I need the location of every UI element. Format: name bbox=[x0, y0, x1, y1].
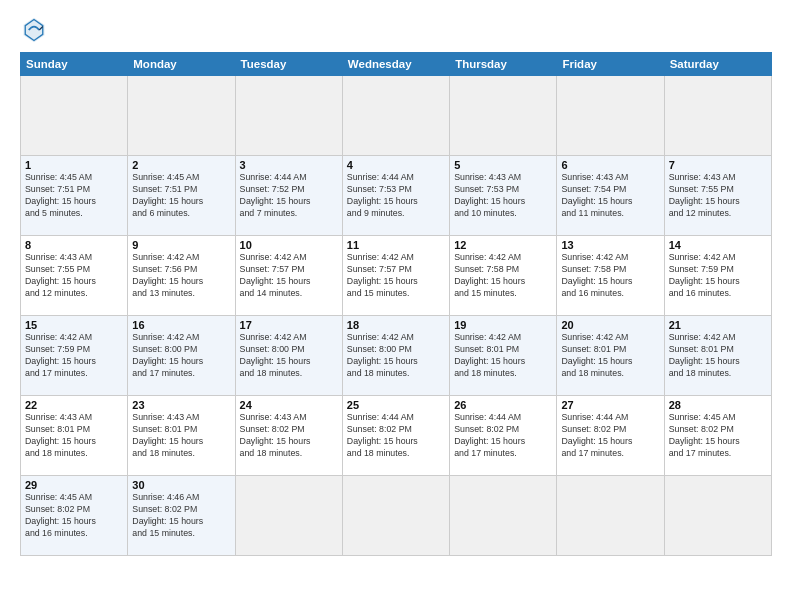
calendar-cell: 25Sunrise: 4:44 AM Sunset: 8:02 PM Dayli… bbox=[342, 396, 449, 476]
calendar-cell: 27Sunrise: 4:44 AM Sunset: 8:02 PM Dayli… bbox=[557, 396, 664, 476]
day-number: 26 bbox=[454, 399, 552, 411]
calendar-cell: 21Sunrise: 4:42 AM Sunset: 8:01 PM Dayli… bbox=[664, 316, 771, 396]
day-number: 16 bbox=[132, 319, 230, 331]
day-number: 27 bbox=[561, 399, 659, 411]
calendar-cell: 1Sunrise: 4:45 AM Sunset: 7:51 PM Daylig… bbox=[21, 156, 128, 236]
calendar-cell: 9Sunrise: 4:42 AM Sunset: 7:56 PM Daylig… bbox=[128, 236, 235, 316]
col-header-saturday: Saturday bbox=[664, 53, 771, 76]
day-info: Sunrise: 4:44 AM Sunset: 8:02 PM Dayligh… bbox=[347, 412, 445, 460]
day-info: Sunrise: 4:44 AM Sunset: 7:53 PM Dayligh… bbox=[347, 172, 445, 220]
day-info: Sunrise: 4:42 AM Sunset: 8:00 PM Dayligh… bbox=[240, 332, 338, 380]
calendar-cell bbox=[450, 76, 557, 156]
logo bbox=[20, 16, 52, 44]
col-header-sunday: Sunday bbox=[21, 53, 128, 76]
day-info: Sunrise: 4:42 AM Sunset: 8:01 PM Dayligh… bbox=[669, 332, 767, 380]
calendar-cell: 7Sunrise: 4:43 AM Sunset: 7:55 PM Daylig… bbox=[664, 156, 771, 236]
day-info: Sunrise: 4:45 AM Sunset: 7:51 PM Dayligh… bbox=[132, 172, 230, 220]
day-info: Sunrise: 4:42 AM Sunset: 7:57 PM Dayligh… bbox=[240, 252, 338, 300]
day-info: Sunrise: 4:42 AM Sunset: 7:56 PM Dayligh… bbox=[132, 252, 230, 300]
col-header-wednesday: Wednesday bbox=[342, 53, 449, 76]
calendar-cell: 17Sunrise: 4:42 AM Sunset: 8:00 PM Dayli… bbox=[235, 316, 342, 396]
calendar-cell bbox=[235, 76, 342, 156]
col-header-thursday: Thursday bbox=[450, 53, 557, 76]
day-number: 7 bbox=[669, 159, 767, 171]
calendar-cell bbox=[128, 76, 235, 156]
calendar-week-2: 8Sunrise: 4:43 AM Sunset: 7:55 PM Daylig… bbox=[21, 236, 772, 316]
day-number: 12 bbox=[454, 239, 552, 251]
calendar-week-3: 15Sunrise: 4:42 AM Sunset: 7:59 PM Dayli… bbox=[21, 316, 772, 396]
calendar-cell bbox=[342, 476, 449, 556]
calendar-cell bbox=[557, 76, 664, 156]
calendar-cell: 11Sunrise: 4:42 AM Sunset: 7:57 PM Dayli… bbox=[342, 236, 449, 316]
day-info: Sunrise: 4:43 AM Sunset: 8:01 PM Dayligh… bbox=[25, 412, 123, 460]
day-info: Sunrise: 4:45 AM Sunset: 8:02 PM Dayligh… bbox=[25, 492, 123, 540]
calendar-week-4: 22Sunrise: 4:43 AM Sunset: 8:01 PM Dayli… bbox=[21, 396, 772, 476]
col-header-friday: Friday bbox=[557, 53, 664, 76]
day-number: 25 bbox=[347, 399, 445, 411]
day-info: Sunrise: 4:42 AM Sunset: 7:58 PM Dayligh… bbox=[561, 252, 659, 300]
calendar-cell: 3Sunrise: 4:44 AM Sunset: 7:52 PM Daylig… bbox=[235, 156, 342, 236]
calendar-cell: 12Sunrise: 4:42 AM Sunset: 7:58 PM Dayli… bbox=[450, 236, 557, 316]
calendar-cell: 6Sunrise: 4:43 AM Sunset: 7:54 PM Daylig… bbox=[557, 156, 664, 236]
day-number: 22 bbox=[25, 399, 123, 411]
calendar-cell: 4Sunrise: 4:44 AM Sunset: 7:53 PM Daylig… bbox=[342, 156, 449, 236]
calendar-cell: 14Sunrise: 4:42 AM Sunset: 7:59 PM Dayli… bbox=[664, 236, 771, 316]
day-number: 13 bbox=[561, 239, 659, 251]
calendar-cell bbox=[342, 76, 449, 156]
day-info: Sunrise: 4:43 AM Sunset: 8:02 PM Dayligh… bbox=[240, 412, 338, 460]
calendar-cell bbox=[235, 476, 342, 556]
day-info: Sunrise: 4:42 AM Sunset: 8:00 PM Dayligh… bbox=[347, 332, 445, 380]
col-header-monday: Monday bbox=[128, 53, 235, 76]
day-info: Sunrise: 4:43 AM Sunset: 7:55 PM Dayligh… bbox=[669, 172, 767, 220]
calendar-cell: 19Sunrise: 4:42 AM Sunset: 8:01 PM Dayli… bbox=[450, 316, 557, 396]
day-number: 29 bbox=[25, 479, 123, 491]
day-number: 15 bbox=[25, 319, 123, 331]
calendar-cell: 13Sunrise: 4:42 AM Sunset: 7:58 PM Dayli… bbox=[557, 236, 664, 316]
day-number: 11 bbox=[347, 239, 445, 251]
day-info: Sunrise: 4:44 AM Sunset: 7:52 PM Dayligh… bbox=[240, 172, 338, 220]
day-number: 6 bbox=[561, 159, 659, 171]
header bbox=[20, 16, 772, 44]
calendar-cell: 10Sunrise: 4:42 AM Sunset: 7:57 PM Dayli… bbox=[235, 236, 342, 316]
calendar-cell bbox=[450, 476, 557, 556]
day-number: 9 bbox=[132, 239, 230, 251]
day-info: Sunrise: 4:44 AM Sunset: 8:02 PM Dayligh… bbox=[561, 412, 659, 460]
day-number: 14 bbox=[669, 239, 767, 251]
day-number: 18 bbox=[347, 319, 445, 331]
day-info: Sunrise: 4:45 AM Sunset: 8:02 PM Dayligh… bbox=[669, 412, 767, 460]
day-number: 30 bbox=[132, 479, 230, 491]
day-info: Sunrise: 4:42 AM Sunset: 7:57 PM Dayligh… bbox=[347, 252, 445, 300]
calendar-cell: 2Sunrise: 4:45 AM Sunset: 7:51 PM Daylig… bbox=[128, 156, 235, 236]
logo-icon bbox=[20, 16, 48, 44]
calendar-week-5: 29Sunrise: 4:45 AM Sunset: 8:02 PM Dayli… bbox=[21, 476, 772, 556]
calendar-table: SundayMondayTuesdayWednesdayThursdayFrid… bbox=[20, 52, 772, 556]
day-number: 3 bbox=[240, 159, 338, 171]
calendar-cell: 26Sunrise: 4:44 AM Sunset: 8:02 PM Dayli… bbox=[450, 396, 557, 476]
day-info: Sunrise: 4:42 AM Sunset: 8:01 PM Dayligh… bbox=[454, 332, 552, 380]
calendar-header-row: SundayMondayTuesdayWednesdayThursdayFrid… bbox=[21, 53, 772, 76]
day-number: 19 bbox=[454, 319, 552, 331]
col-header-tuesday: Tuesday bbox=[235, 53, 342, 76]
day-number: 8 bbox=[25, 239, 123, 251]
calendar-cell bbox=[21, 76, 128, 156]
calendar-cell bbox=[664, 76, 771, 156]
svg-marker-0 bbox=[24, 18, 45, 43]
day-number: 4 bbox=[347, 159, 445, 171]
calendar-week-1: 1Sunrise: 4:45 AM Sunset: 7:51 PM Daylig… bbox=[21, 156, 772, 236]
day-info: Sunrise: 4:42 AM Sunset: 7:58 PM Dayligh… bbox=[454, 252, 552, 300]
day-info: Sunrise: 4:44 AM Sunset: 8:02 PM Dayligh… bbox=[454, 412, 552, 460]
calendar-cell: 18Sunrise: 4:42 AM Sunset: 8:00 PM Dayli… bbox=[342, 316, 449, 396]
day-number: 2 bbox=[132, 159, 230, 171]
day-info: Sunrise: 4:42 AM Sunset: 8:00 PM Dayligh… bbox=[132, 332, 230, 380]
calendar-cell: 20Sunrise: 4:42 AM Sunset: 8:01 PM Dayli… bbox=[557, 316, 664, 396]
day-info: Sunrise: 4:46 AM Sunset: 8:02 PM Dayligh… bbox=[132, 492, 230, 540]
calendar-cell: 29Sunrise: 4:45 AM Sunset: 8:02 PM Dayli… bbox=[21, 476, 128, 556]
day-info: Sunrise: 4:42 AM Sunset: 8:01 PM Dayligh… bbox=[561, 332, 659, 380]
calendar-cell bbox=[557, 476, 664, 556]
day-number: 10 bbox=[240, 239, 338, 251]
day-number: 21 bbox=[669, 319, 767, 331]
calendar-cell: 28Sunrise: 4:45 AM Sunset: 8:02 PM Dayli… bbox=[664, 396, 771, 476]
day-number: 1 bbox=[25, 159, 123, 171]
calendar-cell: 16Sunrise: 4:42 AM Sunset: 8:00 PM Dayli… bbox=[128, 316, 235, 396]
day-number: 5 bbox=[454, 159, 552, 171]
